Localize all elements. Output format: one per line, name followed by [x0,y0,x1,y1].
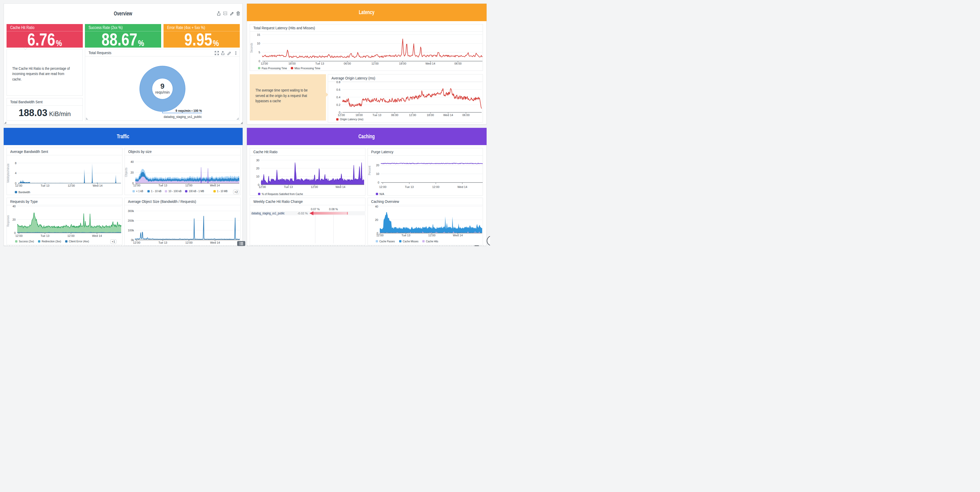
svg-text:12:00: 12:00 [133,241,140,244]
svg-text:18:00: 18:00 [399,62,406,65]
svg-text:+1: +1 [111,240,115,243]
svg-text:Cache Passes: Cache Passes [379,240,395,243]
svg-text:Cache Misses: Cache Misses [403,240,418,243]
svg-text:Wed 14: Wed 14 [92,184,102,187]
svg-text:Success (2xx): Success (2xx) [19,240,34,243]
svg-text:40: 40 [375,205,378,208]
svg-text:12:00: 12:00 [428,234,436,237]
svg-text:20: 20 [130,171,134,174]
svg-text:100 kB - 1 MB: 100 kB - 1 MB [189,190,204,193]
svg-text:0: 0 [377,181,379,184]
svg-text:Wed 14: Wed 14 [453,234,463,237]
svg-text:Bandwidth: Bandwidth [18,190,30,194]
svg-text:0: 0 [258,59,260,62]
svg-text:Wed 14: Wed 14 [425,62,435,65]
svg-text:0.4: 0.4 [336,96,340,99]
svg-text:Tue 13: Tue 13 [372,113,381,117]
svg-text:06:00: 06:00 [463,113,470,117]
svg-text:Wed 14: Wed 14 [210,184,220,187]
svg-text:Origin Latency (ms): Origin Latency (ms) [340,118,363,121]
svg-text:06:00: 06:00 [391,113,399,117]
svg-text:18:00: 18:00 [355,113,363,117]
svg-text:datadog_staging_us1_public: datadog_staging_us1_public [164,115,202,118]
svg-text:Client Error (4xx): Client Error (4xx) [69,240,89,243]
svg-text:20: 20 [376,164,379,167]
svg-text:12:00: 12:00 [68,184,75,187]
svg-text:Tue 13: Tue 13 [405,185,414,189]
svg-text:0.08 %: 0.08 % [329,208,338,211]
svg-text:8: 8 [15,161,16,165]
svg-text:30: 30 [256,159,259,162]
svg-text:Responses: Responses [7,215,10,227]
svg-text:4: 4 [15,171,16,175]
svg-text:N/A: N/A [379,192,384,196]
svg-text:9: 9 [161,82,165,90]
svg-text:20: 20 [256,167,259,170]
svg-text:Objects: Objects [125,168,128,177]
svg-text:300k: 300k [128,209,134,212]
svg-text:20: 20 [12,218,16,221]
svg-text:< 1 kB: < 1 kB [136,190,143,193]
svg-text:1 - 10 kB: 1 - 10 kB [151,190,161,193]
svg-text:12:00: 12:00 [432,185,439,189]
svg-text:06:00: 06:00 [454,62,461,65]
svg-text:100k: 100k [128,229,134,232]
svg-text:12:00: 12:00 [379,185,386,189]
svg-text:0.6: 0.6 [336,88,340,91]
svg-text:10: 10 [257,42,260,45]
svg-text:12:00: 12:00 [376,234,383,237]
svg-text:20: 20 [375,218,378,221]
svg-text:Tue 13: Tue 13 [401,234,410,237]
svg-text:+2: +2 [234,190,238,193]
svg-text:Mebibytes/minute: Mebibytes/minute [7,164,10,183]
svg-text:% of Requests Satisfied from C: % of Requests Satisfied from Cache [261,192,303,196]
svg-text:12:00: 12:00 [259,185,266,189]
svg-text:datadog_staging_us1_public: datadog_staging_us1_public [251,211,285,215]
svg-text:12:00: 12:00 [15,234,22,237]
svg-text:1 - 10 MB: 1 - 10 MB [217,190,228,193]
svg-text:Tue 13: Tue 13 [315,62,324,65]
svg-text:15: 15 [257,33,260,36]
svg-text:10: 10 [376,172,379,176]
svg-text:12:00: 12:00 [67,234,75,237]
svg-text:18:00: 18:00 [288,62,296,65]
svg-text:Tue 13: Tue 13 [40,184,49,187]
svg-text:200k: 200k [128,219,134,222]
svg-text:10 - 100 kB: 10 - 100 kB [169,190,181,193]
svg-text:12:00: 12:00 [338,113,345,117]
svg-text:12:00: 12:00 [133,184,140,187]
svg-text:Wed 14: Wed 14 [210,241,220,244]
svg-text:Pass Processing Time: Pass Processing Time [261,66,287,70]
svg-text:0.07 %: 0.07 % [310,208,320,211]
svg-text:Wed 14: Wed 14 [92,234,102,237]
svg-text:5: 5 [258,51,260,54]
svg-text:Cache Hits: Cache Hits [426,240,438,243]
svg-text:reqs/min: reqs/min [155,90,170,94]
svg-text:12:00: 12:00 [371,62,379,65]
svg-text:Tue 13: Tue 13 [40,234,49,237]
svg-text:12:00: 12:00 [409,113,416,117]
svg-text:12:00: 12:00 [261,62,268,65]
svg-text:12:00: 12:00 [185,184,192,187]
svg-text:Percent: Percent [368,166,371,176]
svg-text:40: 40 [130,160,134,163]
svg-text:12:00: 12:00 [310,185,318,189]
svg-text:9 reqs/min • 100 %: 9 reqs/min • 100 % [175,109,202,113]
svg-text:06:00: 06:00 [344,62,351,65]
svg-text:18:00: 18:00 [427,113,434,117]
svg-text:Tue 13: Tue 13 [158,184,167,187]
svg-text:Miss Processing Time: Miss Processing Time [294,66,320,70]
svg-text:40: 40 [12,205,16,208]
svg-text:0.8: 0.8 [336,80,340,84]
svg-text:12:00: 12:00 [15,184,22,187]
svg-text:Seconds: Seconds [250,43,253,53]
svg-text:Redirection (3xx): Redirection (3xx) [41,240,61,243]
svg-text:0: 0 [14,232,16,235]
svg-text:-0.02 %: -0.02 % [297,212,308,215]
svg-text:Wed 14: Wed 14 [457,185,467,189]
svg-text:0.2: 0.2 [336,103,340,106]
svg-text:Tue 13: Tue 13 [284,185,293,189]
svg-text:12:00: 12:00 [185,241,192,244]
svg-text:10: 10 [256,175,259,178]
svg-text:Wed 14: Wed 14 [336,185,345,189]
